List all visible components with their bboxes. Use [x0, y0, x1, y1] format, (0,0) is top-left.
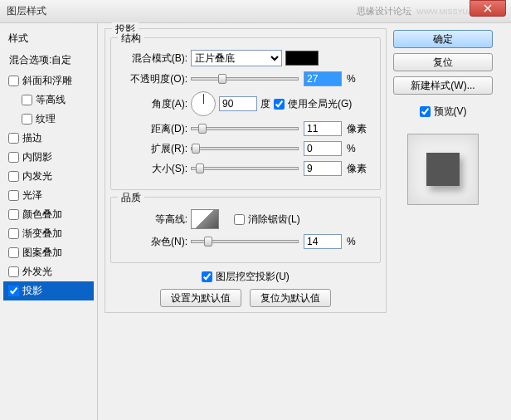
close-icon — [484, 4, 492, 12]
spread-slider[interactable] — [191, 147, 299, 150]
style-item-5[interactable]: 内发光 — [3, 167, 94, 186]
titlebar: 图层样式 思缘设计论坛 WWW.MISSYUAN.COM — [0, 0, 511, 23]
antialias-label: 消除锯齿(L) — [248, 212, 300, 227]
preview-checkbox[interactable] — [420, 106, 431, 117]
global-light-checkbox[interactable] — [274, 99, 285, 110]
structure-fieldset: 结构 混合模式(B): 正片叠底 不透明度(O): % — [110, 37, 381, 190]
contour-picker[interactable] — [191, 209, 219, 229]
opacity-slider[interactable] — [191, 77, 299, 81]
watermark: 思缘设计论坛 — [357, 5, 411, 17]
style-label: 内发光 — [22, 169, 52, 183]
style-label: 等高线 — [36, 93, 66, 107]
content-area: 投影 结构 混合模式(B): 正片叠底 不透明度(O): % — [98, 23, 511, 420]
quality-legend: 品质 — [118, 191, 144, 205]
style-checkbox[interactable] — [8, 247, 19, 258]
spread-label: 扩展(R): — [119, 142, 187, 156]
distance-label: 距离(D): — [119, 122, 187, 136]
style-item-10[interactable]: 外发光 — [3, 262, 94, 281]
style-label: 渐变叠加 — [22, 227, 62, 241]
knockout-checkbox[interactable] — [202, 271, 212, 282]
style-checkbox[interactable] — [22, 114, 32, 125]
preview-label: 预览(V) — [434, 105, 467, 119]
shadow-color-swatch[interactable] — [285, 51, 319, 66]
style-item-0[interactable]: 斜面和浮雕 — [3, 71, 94, 90]
style-label: 颜色叠加 — [22, 208, 62, 222]
style-label: 图案叠加 — [22, 246, 62, 260]
window-title: 图层样式 — [7, 4, 357, 18]
opacity-label: 不透明度(O): — [119, 72, 187, 86]
antialias-checkbox[interactable] — [234, 214, 245, 225]
blend-options-item[interactable]: 混合选项:自定 — [3, 49, 94, 71]
ok-button[interactable]: 确定 — [393, 30, 493, 48]
style-item-6[interactable]: 光泽 — [3, 186, 94, 205]
sidebar-title: 样式 — [3, 28, 94, 49]
style-item-8[interactable]: 渐变叠加 — [3, 224, 94, 243]
style-item-11[interactable]: 投影 — [3, 281, 94, 300]
style-checkbox[interactable] — [8, 228, 19, 239]
reset-default-button[interactable]: 复位为默认值 — [250, 289, 331, 307]
opacity-input[interactable] — [304, 71, 342, 86]
size-slider[interactable] — [191, 167, 299, 170]
style-label: 外发光 — [22, 265, 52, 279]
style-item-2[interactable]: 纹理 — [3, 110, 94, 129]
style-checkbox[interactable] — [8, 152, 19, 163]
preview-swatch — [426, 153, 460, 186]
global-light-label: 使用全局光(G) — [288, 97, 352, 111]
angle-input[interactable] — [219, 96, 257, 111]
make-default-button[interactable]: 设置为默认值 — [160, 289, 241, 307]
style-checkbox[interactable] — [8, 266, 19, 277]
main-area: 样式 混合选项:自定 斜面和浮雕等高线纹理描边内阴影内发光光泽颜色叠加渐变叠加图… — [0, 23, 511, 420]
size-input[interactable] — [304, 161, 342, 176]
style-label: 内阴影 — [22, 150, 52, 164]
quality-fieldset: 品质 等高线: 消除锯齿(L) 杂色(N): % — [110, 197, 381, 263]
style-checkbox[interactable] — [8, 209, 19, 220]
structure-legend: 结构 — [118, 32, 144, 46]
deg-unit: 度 — [260, 97, 270, 111]
blend-mode-select[interactable]: 正片叠底 — [191, 50, 282, 66]
style-item-9[interactable]: 图案叠加 — [3, 243, 94, 262]
preview-box — [407, 134, 479, 205]
pct-unit-2: % — [347, 143, 372, 154]
knockout-label: 图层挖空投影(U) — [216, 270, 290, 284]
style-label: 光泽 — [22, 188, 42, 203]
style-label: 投影 — [22, 284, 42, 298]
distance-slider[interactable] — [191, 127, 299, 130]
px-unit-1: 像素 — [347, 122, 372, 136]
styles-sidebar: 样式 混合选项:自定 斜面和浮雕等高线纹理描边内阴影内发光光泽颜色叠加渐变叠加图… — [0, 23, 98, 420]
style-checkbox[interactable] — [8, 76, 19, 86]
style-checkbox[interactable] — [8, 133, 19, 144]
spread-input[interactable] — [304, 141, 342, 156]
style-item-7[interactable]: 颜色叠加 — [3, 205, 94, 224]
angle-label: 角度(A): — [119, 97, 187, 111]
style-checkbox[interactable] — [8, 171, 19, 182]
right-column: 确定 复位 新建样式(W)... 预览(V) — [393, 28, 493, 415]
style-label: 描边 — [22, 131, 42, 145]
cancel-button[interactable]: 复位 — [393, 53, 493, 71]
blend-mode-label: 混合模式(B): — [119, 51, 187, 66]
style-item-4[interactable]: 内阴影 — [3, 148, 94, 167]
noise-slider[interactable] — [191, 240, 299, 243]
size-label: 大小(S): — [119, 162, 187, 176]
style-item-1[interactable]: 等高线 — [3, 90, 94, 110]
style-label: 纹理 — [36, 112, 56, 126]
distance-input[interactable] — [304, 121, 342, 136]
contour-label: 等高线: — [119, 212, 187, 227]
angle-dial[interactable] — [191, 91, 216, 116]
new-style-button[interactable]: 新建样式(W)... — [393, 76, 493, 95]
style-checkbox[interactable] — [8, 286, 19, 296]
px-unit-2: 像素 — [347, 162, 372, 176]
style-item-3[interactable]: 描边 — [3, 129, 94, 148]
pct-unit: % — [347, 73, 372, 85]
style-label: 斜面和浮雕 — [22, 74, 72, 88]
noise-input[interactable] — [304, 234, 342, 249]
pct-unit-3: % — [347, 236, 372, 247]
style-checkbox[interactable] — [8, 190, 19, 201]
noise-label: 杂色(N): — [119, 235, 187, 249]
style-checkbox[interactable] — [22, 95, 32, 105]
drop-shadow-panel: 投影 结构 混合模式(B): 正片叠底 不透明度(O): % — [105, 28, 387, 313]
close-button[interactable] — [470, 0, 506, 17]
